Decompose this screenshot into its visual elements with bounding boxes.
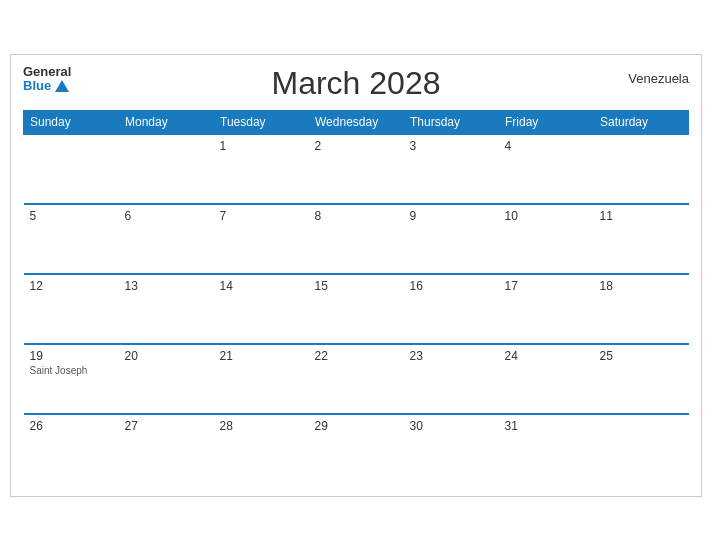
country-label: Venezuela bbox=[628, 71, 689, 86]
table-row: 22 bbox=[309, 344, 404, 414]
logo-blue-text: Blue bbox=[23, 79, 51, 93]
day-number: 1 bbox=[220, 139, 303, 153]
day-number: 12 bbox=[30, 279, 113, 293]
calendar-container: General Blue March 2028 Venezuela Sunday… bbox=[10, 54, 702, 497]
day-number: 18 bbox=[600, 279, 683, 293]
day-number: 28 bbox=[220, 419, 303, 433]
header-saturday: Saturday bbox=[594, 110, 689, 134]
week-row-0: 1234 bbox=[24, 134, 689, 204]
table-row: 30 bbox=[404, 414, 499, 484]
table-row bbox=[594, 414, 689, 484]
header-monday: Monday bbox=[119, 110, 214, 134]
table-row: 15 bbox=[309, 274, 404, 344]
day-number: 24 bbox=[505, 349, 588, 363]
table-row: 21 bbox=[214, 344, 309, 414]
day-number: 9 bbox=[410, 209, 493, 223]
week-row-3: 19Saint Joseph202122232425 bbox=[24, 344, 689, 414]
day-number: 10 bbox=[505, 209, 588, 223]
table-row: 2 bbox=[309, 134, 404, 204]
day-number: 14 bbox=[220, 279, 303, 293]
day-number: 27 bbox=[125, 419, 208, 433]
table-row: 19Saint Joseph bbox=[24, 344, 119, 414]
table-row: 24 bbox=[499, 344, 594, 414]
day-number: 2 bbox=[315, 139, 398, 153]
table-row bbox=[119, 134, 214, 204]
logo: General Blue bbox=[23, 65, 71, 94]
day-number: 11 bbox=[600, 209, 683, 223]
table-row bbox=[24, 134, 119, 204]
day-number: 6 bbox=[125, 209, 208, 223]
table-row: 12 bbox=[24, 274, 119, 344]
logo-blue-row: Blue bbox=[23, 79, 71, 93]
header-friday: Friday bbox=[499, 110, 594, 134]
table-row: 3 bbox=[404, 134, 499, 204]
table-row: 14 bbox=[214, 274, 309, 344]
table-row: 26 bbox=[24, 414, 119, 484]
table-row: 20 bbox=[119, 344, 214, 414]
day-number: 16 bbox=[410, 279, 493, 293]
header-tuesday: Tuesday bbox=[214, 110, 309, 134]
day-number: 19 bbox=[30, 349, 113, 363]
calendar-title: March 2028 bbox=[272, 65, 441, 102]
header-sunday: Sunday bbox=[24, 110, 119, 134]
table-row: 27 bbox=[119, 414, 214, 484]
table-row: 5 bbox=[24, 204, 119, 274]
day-number: 31 bbox=[505, 419, 588, 433]
day-number: 30 bbox=[410, 419, 493, 433]
table-row: 10 bbox=[499, 204, 594, 274]
table-row: 23 bbox=[404, 344, 499, 414]
table-row: 11 bbox=[594, 204, 689, 274]
table-row: 7 bbox=[214, 204, 309, 274]
table-row: 6 bbox=[119, 204, 214, 274]
table-row: 28 bbox=[214, 414, 309, 484]
day-number: 17 bbox=[505, 279, 588, 293]
logo-triangle-icon bbox=[55, 80, 69, 92]
day-number: 4 bbox=[505, 139, 588, 153]
week-row-2: 12131415161718 bbox=[24, 274, 689, 344]
day-number: 13 bbox=[125, 279, 208, 293]
table-row: 25 bbox=[594, 344, 689, 414]
day-number: 15 bbox=[315, 279, 398, 293]
day-number: 22 bbox=[315, 349, 398, 363]
day-number: 25 bbox=[600, 349, 683, 363]
table-row: 8 bbox=[309, 204, 404, 274]
day-number: 20 bbox=[125, 349, 208, 363]
holiday-label: Saint Joseph bbox=[30, 365, 113, 376]
table-row: 1 bbox=[214, 134, 309, 204]
table-row: 29 bbox=[309, 414, 404, 484]
table-row bbox=[594, 134, 689, 204]
week-row-1: 567891011 bbox=[24, 204, 689, 274]
table-row: 18 bbox=[594, 274, 689, 344]
table-row: 9 bbox=[404, 204, 499, 274]
day-number: 26 bbox=[30, 419, 113, 433]
header-wednesday: Wednesday bbox=[309, 110, 404, 134]
day-number: 29 bbox=[315, 419, 398, 433]
weekday-header-row: Sunday Monday Tuesday Wednesday Thursday… bbox=[24, 110, 689, 134]
day-number: 23 bbox=[410, 349, 493, 363]
day-number: 8 bbox=[315, 209, 398, 223]
day-number: 7 bbox=[220, 209, 303, 223]
header-thursday: Thursday bbox=[404, 110, 499, 134]
day-number: 5 bbox=[30, 209, 113, 223]
calendar-table: Sunday Monday Tuesday Wednesday Thursday… bbox=[23, 110, 689, 484]
logo-general-text: General bbox=[23, 65, 71, 79]
table-row: 17 bbox=[499, 274, 594, 344]
table-row: 16 bbox=[404, 274, 499, 344]
day-number: 21 bbox=[220, 349, 303, 363]
day-number: 3 bbox=[410, 139, 493, 153]
table-row: 4 bbox=[499, 134, 594, 204]
table-row: 31 bbox=[499, 414, 594, 484]
calendar-header: General Blue March 2028 Venezuela bbox=[23, 65, 689, 102]
table-row: 13 bbox=[119, 274, 214, 344]
week-row-4: 262728293031 bbox=[24, 414, 689, 484]
